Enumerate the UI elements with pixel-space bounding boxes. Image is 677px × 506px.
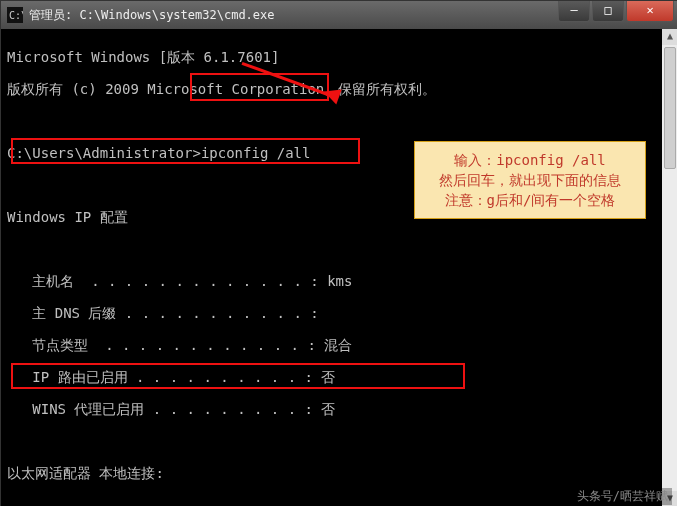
cmd-window: C:\ 管理员: C:\Windows\system32\cmd.exe — □… — [0, 0, 677, 506]
annotation-line: 然后回车，就出现下面的信息 — [425, 170, 635, 190]
scrollbar[interactable]: ▲ ▼ — [662, 29, 677, 506]
close-button[interactable]: ✕ — [626, 1, 674, 22]
output-line: 节点类型 . . . . . . . . . . . . : 混合 — [7, 337, 656, 353]
annotation-line: 输入：ipconfig /all — [425, 150, 635, 170]
minimize-button[interactable]: — — [558, 1, 590, 22]
command-input: ipconfig /all — [201, 145, 311, 161]
titlebar[interactable]: C:\ 管理员: C:\Windows\system32\cmd.exe — □… — [1, 1, 677, 29]
annotation-box: 输入：ipconfig /all 然后回车，就出现下面的信息 注意：g后和/间有… — [414, 141, 646, 219]
output-line: IP 路由已启用 . . . . . . . . . . : 否 — [7, 369, 656, 385]
watermark: 头条号/晒芸祥赋 — [573, 488, 672, 505]
prompt: C:\Users\Administrator> — [7, 145, 201, 161]
annotation-line: 注意：g后和/间有一个空格 — [425, 190, 635, 210]
host-label: 主机名 . . . . . . . . . . . . . : — [7, 273, 327, 289]
maximize-button[interactable]: □ — [592, 1, 624, 22]
scroll-thumb[interactable] — [664, 47, 676, 169]
window-controls: — □ ✕ — [556, 1, 674, 21]
host-value: kms — [327, 273, 352, 289]
output-line: WINS 代理已启用 . . . . . . . . . : 否 — [7, 401, 656, 417]
scroll-up-button[interactable]: ▲ — [662, 29, 677, 45]
cmd-icon: C:\ — [7, 7, 23, 23]
section-header: 以太网适配器 本地连接: — [7, 465, 656, 481]
output-line: 主 DNS 后缀 . . . . . . . . . . . : — [7, 305, 656, 321]
banner-line: Microsoft Windows [版本 6.1.7601] — [7, 49, 656, 65]
svg-text:C:\: C:\ — [9, 10, 23, 21]
